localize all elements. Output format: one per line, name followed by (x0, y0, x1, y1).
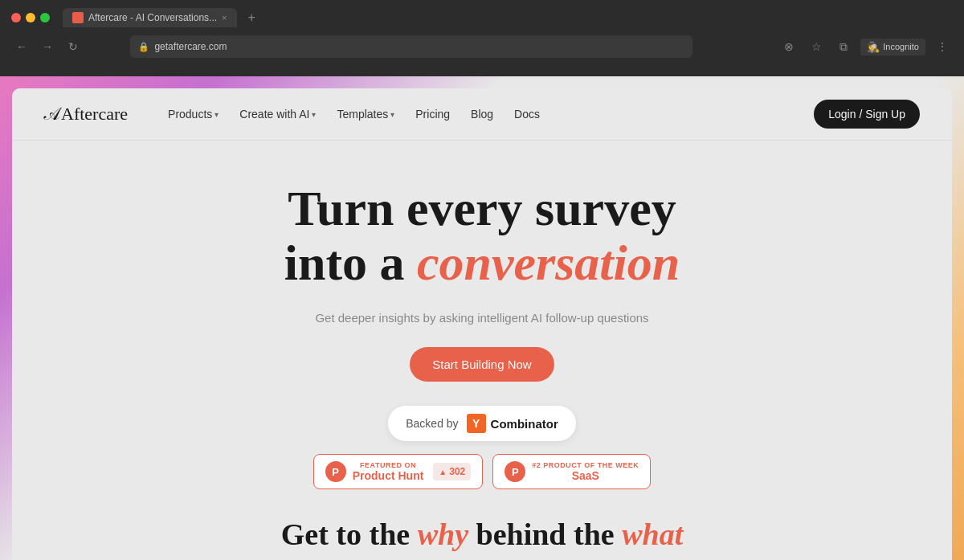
bottom-teaser: Get to the why behind the what (12, 517, 952, 552)
hero-subtitle: Get deeper insights by asking intelligen… (315, 311, 648, 325)
reload-button[interactable]: ↻ (63, 36, 84, 57)
nav-templates[interactable]: Templates ▾ (329, 103, 402, 125)
ph-count-number: 302 (449, 466, 465, 477)
browser-titlebar: Aftercare - AI Conversations... × + (0, 0, 964, 32)
extension-icon[interactable]: ⧉ (833, 36, 854, 57)
nav-docs[interactable]: Docs (506, 103, 548, 125)
product-hunt-badge-2[interactable]: P #2 PRODUCT OF THE WEEK SaaS (492, 454, 651, 489)
ph-count: ▲ 302 (433, 463, 471, 480)
more-options-button[interactable]: ⋮ (932, 36, 953, 57)
nav-pricing[interactable]: Pricing (407, 103, 458, 125)
templates-chevron-icon: ▾ (390, 110, 394, 119)
page-wrapper: 𝒜Aftercare Products ▾ Create with AI ▾ T… (0, 76, 964, 560)
ph-badge-content-1: FEATURED ON Product Hunt (353, 461, 424, 482)
backed-label: Backed by (406, 417, 458, 430)
ph-arrow-icon: ▲ (439, 468, 447, 476)
content-area: 𝒜Aftercare Products ▾ Create with AI ▾ T… (12, 88, 952, 560)
ph-icon-2: P (504, 461, 525, 482)
address-bar[interactable]: 🔒 getaftercare.com (130, 35, 692, 58)
ph-icon-1: P (325, 461, 346, 482)
nav-products[interactable]: Products ▾ (160, 103, 227, 125)
hero-title-line2: into a conversation (284, 235, 680, 290)
incognito-label: Incognito (883, 42, 919, 51)
create-ai-chevron-icon: ▾ (312, 110, 316, 119)
hero-title-highlight: conversation (417, 235, 680, 290)
tab-favicon (72, 12, 84, 23)
tab-close-button[interactable]: × (222, 13, 227, 22)
login-signup-button[interactable]: Login / Sign Up (814, 100, 920, 129)
browser-chrome: Aftercare - AI Conversations... × + ← → … (0, 0, 964, 76)
bookmark-icon[interactable]: ☆ (806, 36, 827, 57)
product-hunt-badges: P FEATURED ON Product Hunt ▲ 302 P #2 PR… (313, 454, 652, 489)
nav-buttons: ← → ↻ (11, 36, 84, 57)
ph-featured-label-2: #2 PRODUCT OF THE WEEK (532, 461, 639, 469)
bottom-teaser-middle: behind the (468, 517, 622, 551)
cast-icon[interactable]: ⊗ (778, 36, 799, 57)
start-building-button[interactable]: Start Building Now (410, 347, 553, 382)
browser-actions: ⊗ ☆ ⧉ 🕵 Incognito ⋮ (778, 36, 953, 57)
incognito-hat-icon: 🕵 (867, 41, 880, 53)
ph-badge-name-1: Product Hunt (353, 469, 424, 482)
maximize-traffic-light[interactable] (40, 13, 50, 22)
traffic-lights (11, 13, 50, 22)
close-traffic-light[interactable] (11, 13, 21, 22)
yc-name: Combinator (491, 417, 558, 431)
nav-blog[interactable]: Blog (463, 103, 501, 125)
hero-title-line1: Turn every survey (288, 181, 676, 235)
bottom-teaser-prefix: Get to the (281, 517, 418, 551)
ph-badge-name-2: SaaS (532, 469, 639, 482)
backed-by-badge: Backed by Y Combinator (388, 406, 576, 441)
hero-section: Turn every survey into a conversation Ge… (12, 141, 952, 505)
incognito-badge: 🕵 Incognito (860, 39, 925, 55)
browser-addressbar: ← → ↻ 🔒 getaftercare.com ⊗ ☆ ⧉ 🕵 Incogni… (0, 32, 964, 64)
bottom-teaser-why: why (418, 517, 468, 551)
lock-icon: 🔒 (138, 42, 149, 52)
back-button[interactable]: ← (11, 36, 32, 57)
ph-featured-label: FEATURED ON (353, 461, 424, 469)
yc-logo: Y Combinator (467, 414, 558, 433)
navbar: 𝒜Aftercare Products ▾ Create with AI ▾ T… (12, 88, 952, 141)
ph-badge-content-2: #2 PRODUCT OF THE WEEK SaaS (532, 461, 639, 482)
address-text: getaftercare.com (154, 41, 227, 52)
forward-button[interactable]: → (37, 36, 58, 57)
nav-create-with-ai[interactable]: Create with AI ▾ (231, 103, 324, 125)
browser-tab[interactable]: Aftercare - AI Conversations... × (63, 8, 237, 27)
yc-square: Y (467, 414, 486, 433)
tab-title: Aftercare - AI Conversations... (88, 12, 217, 23)
hero-title: Turn every survey into a conversation (284, 181, 680, 290)
products-chevron-icon: ▾ (214, 110, 219, 119)
minimize-traffic-light[interactable] (26, 13, 35, 22)
product-hunt-badge-1[interactable]: P FEATURED ON Product Hunt ▲ 302 (313, 454, 484, 489)
nav-links: Products ▾ Create with AI ▾ Templates ▾ … (160, 103, 814, 125)
site-logo[interactable]: 𝒜Aftercare (44, 104, 128, 125)
bottom-teaser-what: what (622, 517, 683, 551)
new-tab-button[interactable]: + (248, 10, 255, 25)
